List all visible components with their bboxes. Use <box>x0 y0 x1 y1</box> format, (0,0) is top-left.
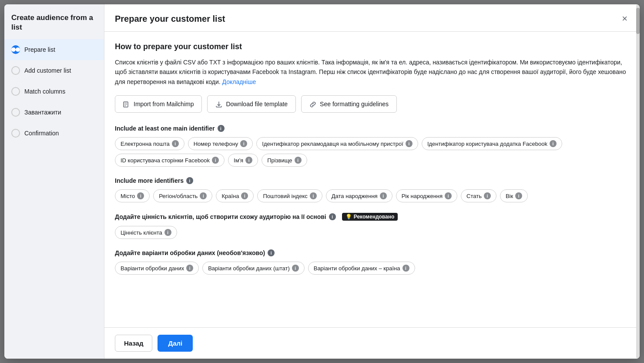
tag-processing-state-info[interactable]: i <box>292 265 299 272</box>
tag-region-info[interactable]: i <box>200 192 207 199</box>
tag-zip[interactable]: Поштовий індекс i <box>257 189 322 202</box>
description: Список клієнтів у файлі CSV або TXT з ін… <box>115 57 629 87</box>
tag-country-label: Країна <box>221 193 239 199</box>
main-header: Prepare your customer list × <box>104 4 640 32</box>
processing-section: Додайте варіанти обробки даних (необов'я… <box>115 249 629 275</box>
more-identifier-label-text: Include more identifiers <box>115 177 184 184</box>
tag-gender[interactable]: Стать i <box>461 189 496 202</box>
tag-email-label: Електронна пошта <box>121 141 170 147</box>
tag-email-info[interactable]: i <box>172 140 179 147</box>
tag-last-name-label: Прізвище <box>267 157 292 164</box>
tag-mobile-advertiser[interactable]: Ідентифікатор рекламодавця на мобільному… <box>256 137 418 150</box>
tag-age-info[interactable]: i <box>515 192 522 199</box>
tag-email[interactable]: Електронна пошта i <box>115 137 184 150</box>
tag-first-name-info[interactable]: i <box>245 157 252 164</box>
tag-birthdate[interactable]: Дата народження i <box>326 189 392 202</box>
next-button[interactable]: Далі <box>158 335 193 352</box>
tag-zip-label: Поштовий індекс <box>263 193 307 199</box>
main-identifier-info-icon[interactable]: i <box>218 125 225 132</box>
sidebar-title: Create audience from a list <box>4 4 104 39</box>
tag-mobile-advertiser-label: Ідентифікатор рекламодавця на мобільному… <box>262 141 403 147</box>
sidebar-item-upload[interactable]: Завантажити <box>4 102 104 123</box>
scrollbar-thumb <box>636 8 640 34</box>
download-icon <box>215 100 222 108</box>
tag-app-user-info[interactable]: i <box>550 140 557 147</box>
tag-processing-data-info[interactable]: i <box>186 265 193 272</box>
value-section-label-text: Додайте цінність клієнтів, щоб створити … <box>115 213 326 220</box>
tag-city-info[interactable]: i <box>137 192 144 199</box>
tag-country[interactable]: Країна i <box>216 189 254 202</box>
tag-first-name-label: Ім'я <box>234 157 243 164</box>
tag-customer-value[interactable]: Цінність клієнта i <box>115 226 177 239</box>
modal: Create audience from a list Prepare list… <box>4 4 640 359</box>
tag-page-user-label: ID користувача сторінки Facebook <box>121 157 210 164</box>
sidebar-circle-upload <box>11 108 20 117</box>
more-identifier-info-icon[interactable]: i <box>186 177 193 184</box>
link-icon <box>309 100 316 108</box>
tag-processing-country-label: Варіанти обробки даних – країна <box>314 265 400 272</box>
tag-processing-state[interactable]: Варіанти обробки даних (штат) i <box>202 262 305 275</box>
tag-city[interactable]: Місто i <box>115 189 150 202</box>
main-content: Prepare your customer list × How to prep… <box>104 4 640 359</box>
sidebar-label-add: Add customer list <box>24 67 71 74</box>
formatting-guidelines-button[interactable]: See formatting guidelines <box>301 95 397 113</box>
tag-birthdate-info[interactable]: i <box>380 192 387 199</box>
tag-age-label: Вік <box>506 193 513 199</box>
tag-birth-year-info[interactable]: i <box>445 192 452 199</box>
scrollbar[interactable] <box>636 4 640 359</box>
tag-gender-label: Стать <box>466 193 482 199</box>
sidebar-item-match[interactable]: Match columns <box>4 81 104 102</box>
download-template-button[interactable]: Download file template <box>207 95 296 113</box>
value-section-info-icon[interactable]: i <box>329 213 336 220</box>
tag-customer-value-info[interactable]: i <box>164 229 171 236</box>
sidebar-item-prepare[interactable]: Prepare list <box>4 39 104 60</box>
tag-processing-state-label: Варіанти обробки даних (штат) <box>208 265 290 272</box>
tag-processing-country[interactable]: Варіанти обробки даних – країна i <box>308 262 415 275</box>
section-title: How to prepare your customer list <box>115 42 629 51</box>
tag-zip-info[interactable]: i <box>310 192 317 199</box>
sidebar-label-match: Match columns <box>24 88 65 95</box>
tag-birth-year[interactable]: Рік народження i <box>396 189 457 202</box>
tag-page-user[interactable]: ID користувача сторінки Facebook i <box>115 154 225 167</box>
close-button[interactable]: × <box>620 12 629 25</box>
tag-age[interactable]: Вік i <box>500 189 528 202</box>
tag-phone[interactable]: Номер телефону i <box>188 137 253 150</box>
formatting-guidelines-label: See formatting guidelines <box>320 101 389 108</box>
sidebar: Create audience from a list Prepare list… <box>4 4 104 359</box>
download-template-label: Download file template <box>226 101 288 108</box>
tag-region[interactable]: Регіон/область i <box>153 189 212 202</box>
tag-phone-info[interactable]: i <box>240 140 247 147</box>
action-buttons: Import from Mailchimp Download file temp… <box>115 95 629 113</box>
value-section-label: Додайте цінність клієнтів, щоб створити … <box>115 213 629 221</box>
import-mailchimp-label: Import from Mailchimp <box>134 101 194 108</box>
import-mailchimp-button[interactable]: Import from Mailchimp <box>115 95 202 113</box>
value-section: Додайте цінність клієнтів, щоб створити … <box>115 213 629 239</box>
description-link[interactable]: Докладніше <box>222 78 256 85</box>
tag-processing-country-info[interactable]: i <box>402 265 409 272</box>
tag-phone-label: Номер телефону <box>194 141 238 147</box>
processing-section-label-text: Додайте варіанти обробки даних (необов'я… <box>115 249 265 256</box>
tag-last-name-info[interactable]: i <box>295 157 302 164</box>
main-identifier-label: Include at least one main identifier i <box>115 125 629 132</box>
tag-city-label: Місто <box>121 193 135 199</box>
tag-first-name[interactable]: Ім'я i <box>228 154 258 167</box>
tag-last-name[interactable]: Прізвище i <box>262 154 307 167</box>
tag-processing-data[interactable]: Варіанти обробки даних i <box>115 262 199 275</box>
tag-page-user-info[interactable]: i <box>212 157 219 164</box>
tag-gender-info[interactable]: i <box>484 192 491 199</box>
tag-app-user[interactable]: Ідентифікатор користувача додатка Facebo… <box>422 137 562 150</box>
main-identifier-section: Include at least one main identifier i Е… <box>115 125 629 167</box>
sidebar-item-add[interactable]: Add customer list <box>4 60 104 81</box>
main-identifier-tags: Електронна пошта i Номер телефону i Іден… <box>115 137 629 167</box>
sidebar-label-confirm: Confirmation <box>24 130 59 137</box>
back-button[interactable]: Назад <box>115 335 152 352</box>
more-identifier-section: Include more identifiers i Місто i Регіо… <box>115 177 629 202</box>
processing-section-info-icon[interactable]: i <box>268 249 275 256</box>
sidebar-item-confirm[interactable]: Confirmation <box>4 123 104 144</box>
tag-country-info[interactable]: i <box>241 192 248 199</box>
tag-customer-value-label: Цінність клієнта <box>121 229 162 236</box>
modal-overlay: Create audience from a list Prepare list… <box>0 0 644 363</box>
sidebar-label-prepare: Prepare list <box>24 46 55 53</box>
bulb-icon: 💡 <box>345 214 352 220</box>
tag-mobile-advertiser-info[interactable]: i <box>406 140 413 147</box>
